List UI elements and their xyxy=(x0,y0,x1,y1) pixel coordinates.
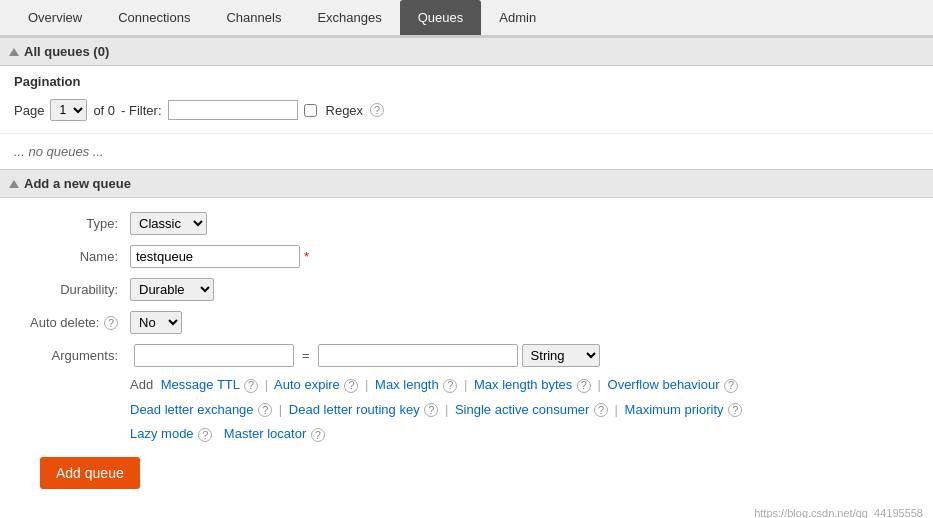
regex-label: Regex xyxy=(326,103,364,118)
pagination-label: Pagination xyxy=(14,74,919,89)
add-maximum-priority[interactable]: Maximum priority xyxy=(625,402,724,417)
auto-delete-row: Auto delete: ? No Yes xyxy=(20,311,913,334)
name-row: Name: * xyxy=(20,245,913,268)
type-row: Type: Classic Quorum xyxy=(20,212,913,235)
no-queues-text: ... no queues ... xyxy=(0,134,933,169)
page-select[interactable]: 1 xyxy=(50,99,87,121)
page-label: Page xyxy=(14,103,44,118)
add-lazy-mode[interactable]: Lazy mode xyxy=(130,426,194,441)
nav-admin[interactable]: Admin xyxy=(481,0,554,35)
add-queue-form: Type: Classic Quorum Name: * Durability:… xyxy=(0,198,933,503)
footer-url: https://blog.csdn.net/qq_44195558 xyxy=(0,503,933,518)
name-label: Name: xyxy=(20,249,130,264)
add-queue-button[interactable]: Add queue xyxy=(40,457,140,489)
filter-input[interactable] xyxy=(168,100,298,120)
regex-checkbox[interactable] xyxy=(304,104,317,117)
durability-label: Durability: xyxy=(20,282,130,297)
add-queue-title: Add a new queue xyxy=(24,176,131,191)
add-master-locator[interactable]: Master locator xyxy=(224,426,306,441)
add-single-active-consumer[interactable]: Single active consumer xyxy=(455,402,589,417)
add-message-ttl[interactable]: Message TTL xyxy=(161,377,240,392)
add-max-length-bytes[interactable]: Max length bytes xyxy=(474,377,572,392)
add-label: Add xyxy=(130,377,153,392)
overflow-behaviour-help-icon[interactable]: ? xyxy=(724,379,738,393)
nav-exchanges[interactable]: Exchanges xyxy=(299,0,399,35)
pagination-section: Pagination Page 1 of 0 - Filter: Regex ? xyxy=(0,66,933,134)
arguments-row: Arguments: = String Number Boolean xyxy=(20,344,913,367)
max-length-bytes-help-icon[interactable]: ? xyxy=(577,379,591,393)
nav-channels[interactable]: Channels xyxy=(208,0,299,35)
all-queues-title: All queues (0) xyxy=(24,44,109,59)
name-input[interactable] xyxy=(130,245,300,268)
lazy-mode-help-icon[interactable]: ? xyxy=(198,428,212,442)
nav-overview[interactable]: Overview xyxy=(10,0,100,35)
dead-letter-routing-key-help-icon[interactable]: ? xyxy=(424,403,438,417)
add-overflow-behaviour[interactable]: Overflow behaviour xyxy=(608,377,720,392)
eq-sign: = xyxy=(298,348,314,363)
type-label: Type: xyxy=(20,216,130,231)
message-ttl-help-icon[interactable]: ? xyxy=(244,379,258,393)
add-auto-expire[interactable]: Auto expire xyxy=(274,377,340,392)
filter-label: - Filter: xyxy=(121,103,161,118)
args-value-input[interactable] xyxy=(318,344,518,367)
nav-queues[interactable]: Queues xyxy=(400,0,482,35)
args-key-input[interactable] xyxy=(134,344,294,367)
maximum-priority-help-icon[interactable]: ? xyxy=(728,403,742,417)
add-queue-header: Add a new queue xyxy=(0,169,933,198)
regex-help-icon[interactable]: ? xyxy=(370,103,384,117)
dead-letter-exchange-help-icon[interactable]: ? xyxy=(258,403,272,417)
required-star: * xyxy=(304,249,309,264)
add-dead-letter-exchange[interactable]: Dead letter exchange xyxy=(130,402,254,417)
add-max-length[interactable]: Max length xyxy=(375,377,439,392)
type-select[interactable]: Classic Quorum xyxy=(130,212,207,235)
auto-expire-help-icon[interactable]: ? xyxy=(344,379,358,393)
of-label: of 0 xyxy=(93,103,115,118)
collapse-triangle-icon[interactable] xyxy=(9,48,19,56)
collapse-add-triangle-icon[interactable] xyxy=(9,180,19,188)
auto-delete-select[interactable]: No Yes xyxy=(130,311,182,334)
durability-select[interactable]: Durable Transient xyxy=(130,278,214,301)
master-locator-help-icon[interactable]: ? xyxy=(311,428,325,442)
args-type-select[interactable]: String Number Boolean xyxy=(522,344,600,367)
arguments-label: Arguments: xyxy=(20,348,130,363)
auto-delete-label: Auto delete: ? xyxy=(20,315,130,331)
pagination-controls: Page 1 of 0 - Filter: Regex ? xyxy=(14,95,919,125)
all-queues-header: All queues (0) xyxy=(0,37,933,66)
add-links-row: Add Message TTL ? | Auto expire ? | Max … xyxy=(20,373,913,447)
max-length-help-icon[interactable]: ? xyxy=(443,379,457,393)
nav-connections[interactable]: Connections xyxy=(100,0,208,35)
add-dead-letter-routing-key[interactable]: Dead letter routing key xyxy=(289,402,420,417)
single-active-consumer-help-icon[interactable]: ? xyxy=(594,403,608,417)
auto-delete-help-icon[interactable]: ? xyxy=(104,316,118,330)
top-navigation: Overview Connections Channels Exchanges … xyxy=(0,0,933,37)
durability-row: Durability: Durable Transient xyxy=(20,278,913,301)
